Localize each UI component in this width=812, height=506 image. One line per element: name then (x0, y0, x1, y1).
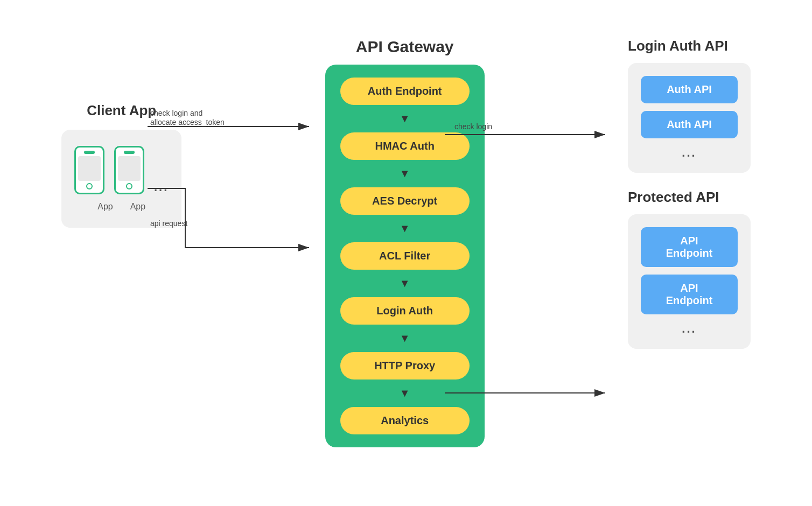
phone-button-1 (86, 183, 93, 189)
login-auth-api-title: Login Auth API (628, 38, 751, 54)
right-sections: Login Auth API Auth API Auth API ... Pro… (628, 38, 751, 349)
protected-api-section: Protected API API Endpoint API Endpoint … (628, 189, 751, 349)
phone-2 (114, 146, 144, 194)
gateway-node-acl-filter: ACL Filter (340, 242, 470, 270)
arrow-6: ▼ (400, 387, 410, 399)
api-endpoint-node-2: API Endpoint (641, 275, 738, 314)
arrow-1: ▼ (400, 113, 410, 125)
auth-api-node-1: Auth API (641, 76, 738, 103)
gateway-node-analytics: Analytics (340, 407, 470, 434)
phone-screen-1 (78, 156, 101, 181)
client-app-box: ... App App (61, 130, 181, 228)
client-app-title: Client App (87, 102, 156, 119)
protected-api-dots: ... (682, 322, 696, 336)
app-label-2: App (130, 202, 145, 212)
arrow-4: ▼ (400, 277, 410, 290)
diagram: Client App ... App App (29, 16, 783, 490)
arrow-2: ▼ (400, 167, 410, 180)
phones-labels: App App (97, 200, 145, 212)
auth-api-node-2: Auth API (641, 111, 738, 138)
app-label-1: App (97, 202, 113, 212)
login-auth-api-box: Auth API Auth API ... (628, 63, 751, 173)
login-auth-api-section: Login Auth API Auth API Auth API ... (628, 38, 751, 173)
gateway-node-aes-decrypt: AES Decrypt (340, 187, 470, 215)
gateway-box: Auth Endpoint ▼ HMAC Auth ▼ AES Decrypt … (325, 65, 485, 447)
gateway-node-login-auth: Login Auth (340, 297, 470, 325)
phone-1 (74, 146, 104, 194)
phone-notch-2 (124, 151, 135, 154)
arrow-3: ▼ (400, 222, 410, 235)
client-dots: ... (154, 180, 169, 194)
gateway-node-auth-endpoint: Auth Endpoint (340, 78, 470, 105)
gateway-node-hmac-auth: HMAC Auth (340, 132, 470, 160)
client-app-section: Client App ... App App (61, 102, 181, 228)
protected-api-box: API Endpoint API Endpoint ... (628, 214, 751, 349)
protected-api-title: Protected API (628, 189, 751, 206)
phone-notch-1 (84, 151, 95, 154)
arrow-5: ▼ (400, 332, 410, 345)
gateway-section: API Gateway Auth Endpoint ▼ HMAC Auth ▼ … (325, 38, 485, 447)
phone-button-2 (126, 183, 132, 189)
login-auth-dots: ... (682, 146, 696, 160)
gateway-title: API Gateway (356, 38, 454, 56)
api-endpoint-node-1: API Endpoint (641, 227, 738, 267)
phone-screen-2 (118, 156, 141, 181)
gateway-node-http-proxy: HTTP Proxy (340, 352, 470, 380)
phones-row: ... (74, 146, 169, 194)
